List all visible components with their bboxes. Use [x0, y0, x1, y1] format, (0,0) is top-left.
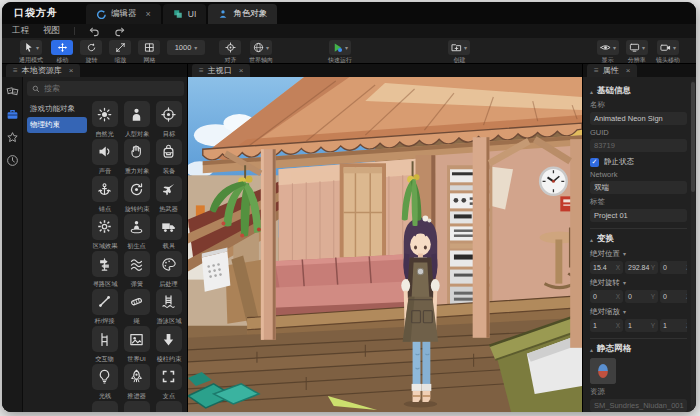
section-basic-info[interactable]: ▴ 基础信息 [590, 85, 687, 97]
asset-label: 棱柱约束 [156, 354, 181, 363]
asset-item[interactable]: 区域效果 [89, 214, 120, 252]
asset-item[interactable]: 自然光 [89, 101, 120, 139]
mesh-thumbnail[interactable] [590, 358, 616, 384]
tab-label: UI [188, 9, 197, 19]
asset-item[interactable] [121, 401, 152, 412]
asset-item[interactable]: 寻路区域 [89, 251, 120, 289]
asset-item[interactable]: 初生点 [121, 214, 152, 252]
rail-favorites-icon[interactable] [6, 131, 19, 144]
titlebar-tab-1[interactable]: 编辑器× [86, 4, 161, 24]
world-tool: ▾世界轴向 [248, 40, 274, 65]
scrollbar[interactable] [691, 80, 695, 409]
asset-item[interactable]: 光线 [89, 364, 120, 402]
cash-register [202, 248, 231, 292]
asset-label: 锚点 [98, 204, 110, 213]
asset-item[interactable]: 目标 [153, 101, 184, 139]
vector-field-x[interactable]: 0X [590, 290, 623, 303]
section-transform[interactable]: ▴ 变换 [590, 233, 687, 245]
close-icon[interactable]: × [239, 66, 244, 75]
asset-item[interactable]: 支点 [153, 364, 184, 402]
tab-main-viewport[interactable]: ≡ 主视口 × [192, 64, 250, 77]
rail-kits-icon[interactable] [6, 108, 19, 121]
asset-item[interactable]: 装备 [153, 139, 184, 177]
chevron-down-icon: ▾ [623, 251, 626, 257]
vector-field-z[interactable]: 1Z [660, 319, 687, 332]
vector-field-x[interactable]: 15.4X [590, 261, 623, 274]
redo-icon[interactable] [114, 26, 125, 37]
asset-item[interactable]: 游泳区域 [153, 289, 184, 327]
left-panel: ≡ 本地资源库 × 游戏功能对象物理约束 自然光人型对象目标声音重力对象装备锚点… [2, 64, 188, 412]
asset-item[interactable]: 人型对象 [121, 101, 152, 139]
section-static-mesh[interactable]: ▴ 静态网格 [590, 343, 687, 355]
vector-field-z[interactable]: 0Z [660, 261, 687, 274]
door [340, 163, 386, 257]
tab-local-assets[interactable]: ≡ 本地资源库 × [6, 64, 80, 77]
vector-field-y[interactable]: 1Y [625, 319, 658, 332]
asset-item[interactable]: 杆/焊接 [89, 289, 120, 327]
vector-field-y[interactable]: 0Y [625, 290, 658, 303]
camera-button[interactable]: ▾ [657, 40, 679, 55]
ladder-icon [156, 289, 182, 315]
asset-item[interactable]: 绳 [121, 289, 152, 327]
grid-size-dropdown[interactable]: 1000 ▾ [167, 40, 205, 55]
move-button[interactable] [51, 40, 73, 55]
scale-button[interactable] [109, 40, 131, 55]
close-icon[interactable]: × [626, 66, 631, 75]
asset-item[interactable]: 弹簧 [121, 251, 152, 289]
search-input[interactable] [44, 84, 179, 93]
name-field[interactable]: Animated Neon Sign [590, 112, 687, 125]
scrollbar-thumb[interactable] [691, 82, 695, 192]
folder-plus-button[interactable]: ▾ [448, 40, 470, 55]
close-icon[interactable]: × [69, 66, 74, 75]
vector-value: 1 [628, 322, 632, 329]
asset-item[interactable]: 锚点 [89, 176, 120, 214]
undo-icon[interactable] [89, 26, 100, 37]
asset-label: 寻路区域 [92, 279, 117, 288]
rail-recent-icon[interactable] [6, 154, 19, 167]
asset-item[interactable] [153, 401, 184, 412]
titlebar-tab-3[interactable]: 角色对象 [208, 4, 277, 24]
asset-item[interactable]: 载具 [153, 214, 184, 252]
world-icon [253, 42, 264, 53]
viewport-scene[interactable] [188, 77, 582, 412]
scale-tool: 缩放 [109, 40, 131, 65]
asset-item[interactable]: 后处理 [153, 251, 184, 289]
rail-assets-icon[interactable] [6, 85, 19, 98]
monitor-button[interactable]: ▾ [626, 40, 648, 55]
vector-value: 15.4 [593, 264, 607, 271]
cursor-button[interactable]: ▾ [20, 40, 42, 55]
vector-label-2[interactable]: 绝对旋转▾ [590, 278, 687, 288]
rotate-button[interactable] [80, 40, 102, 55]
vector-field-y[interactable]: 292.84Y [625, 261, 658, 274]
menu-view[interactable]: 视图 [43, 25, 60, 37]
tab-properties[interactable]: ≡ 属性 × [587, 64, 637, 77]
asset-item[interactable] [89, 401, 120, 412]
world-button[interactable]: ▾ [250, 40, 272, 55]
menu-project[interactable]: 工程 [12, 25, 29, 37]
category-item-1[interactable]: 游戏功能对象 [27, 101, 87, 117]
asset-item[interactable]: 棱柱约束 [153, 326, 184, 364]
asset-item[interactable]: 热武器 [153, 176, 184, 214]
vector-field-x[interactable]: 1X [590, 319, 623, 332]
network-select[interactable]: 双端 [590, 181, 687, 194]
checkbox[interactable]: ✓ [590, 158, 599, 167]
vector-label-3[interactable]: 绝对缩放▾ [590, 307, 687, 317]
scene-3d[interactable] [188, 77, 582, 412]
play-button[interactable]: ▾ [329, 40, 351, 55]
asset-item[interactable]: 重力对象 [121, 139, 152, 177]
close-icon[interactable]: × [146, 9, 151, 19]
titlebar-tab-2[interactable]: UI [163, 4, 207, 24]
grid-button[interactable] [138, 40, 160, 55]
asset-item[interactable]: 旋转约束 [121, 176, 152, 214]
asset-item[interactable]: 推进器 [121, 364, 152, 402]
asset-item[interactable]: 声音 [89, 139, 120, 177]
asset-item[interactable]: 世界UI [121, 326, 152, 364]
search-box[interactable] [27, 81, 184, 96]
asset-item[interactable]: 交互物 [89, 326, 120, 364]
tag-select[interactable]: Project 01 [590, 209, 687, 222]
eye-button[interactable]: ▾ [597, 40, 619, 55]
category-item-2[interactable]: 物理约束 [27, 117, 87, 133]
vector-label-1[interactable]: 绝对位置▾ [590, 249, 687, 259]
vector-field-z[interactable]: 0Z [660, 290, 687, 303]
snap-button[interactable] [219, 40, 241, 55]
